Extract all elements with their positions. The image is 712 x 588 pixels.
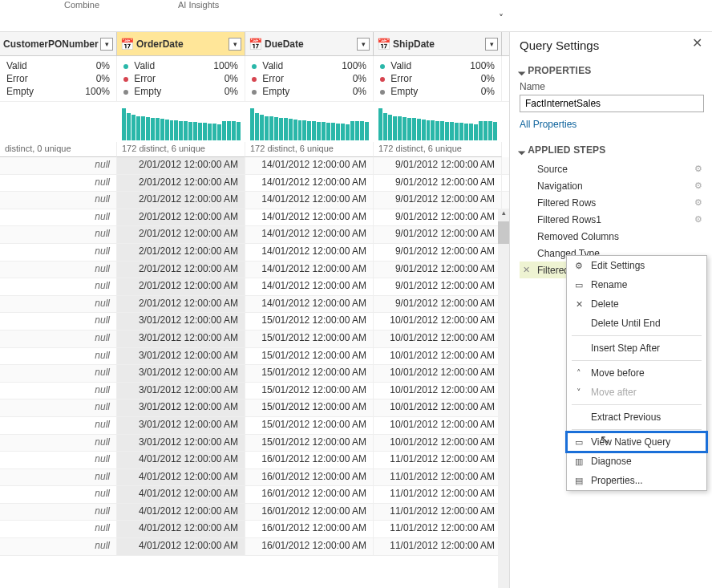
cell[interactable]: null (0, 244, 117, 261)
cell[interactable]: 3/01/2012 12:00:00 AM (117, 330, 245, 347)
cell[interactable]: 10/01/2012 12:00:00 AM (374, 435, 502, 452)
menu-item-extract-previous[interactable]: Extract Previous (567, 408, 706, 427)
column-header-shipdate[interactable]: 📅ShipDate▾ (374, 32, 502, 55)
cell[interactable]: 15/01/2012 12:00:00 AM (245, 417, 374, 434)
cell[interactable]: 2/01/2012 12:00:00 AM (117, 296, 245, 313)
gear-icon[interactable]: ⚙ (694, 180, 702, 191)
close-icon[interactable]: ✕ (692, 35, 702, 51)
properties-heading[interactable]: PROPERTIES (520, 65, 704, 76)
cell[interactable]: 9/01/2012 12:00:00 AM (374, 192, 502, 209)
scroll-up-icon[interactable]: ▴ (498, 209, 509, 220)
cell[interactable]: 3/01/2012 12:00:00 AM (117, 365, 245, 382)
cell[interactable]: 15/01/2012 12:00:00 AM (245, 435, 374, 452)
cell[interactable]: null (0, 296, 117, 313)
date-icon[interactable]: 📅 (249, 38, 261, 51)
cell[interactable]: 15/01/2012 12:00:00 AM (245, 330, 374, 347)
applied-step[interactable]: Source⚙ (520, 160, 704, 177)
menu-item-diagnose[interactable]: ▥Diagnose (567, 452, 706, 471)
cell[interactable]: null (0, 226, 117, 243)
ribbon-tab-combine[interactable]: Combine (64, 0, 99, 10)
cell[interactable]: null (0, 504, 117, 521)
cell[interactable]: 10/01/2012 12:00:00 AM (374, 330, 502, 347)
cell[interactable]: 14/01/2012 12:00:00 AM (245, 192, 374, 209)
table-row[interactable]: null2/01/2012 12:00:00 AM14/01/2012 12:0… (0, 244, 509, 262)
column-filter-dropdown[interactable]: ▾ (229, 38, 241, 51)
cell[interactable]: null (0, 383, 117, 399)
cell[interactable]: null (0, 399, 117, 416)
ribbon-tab-ai-insights[interactable]: AI Insights (178, 0, 219, 10)
table-row[interactable]: null3/01/2012 12:00:00 AM15/01/2012 12:0… (0, 417, 509, 435)
cell[interactable]: 3/01/2012 12:00:00 AM (117, 399, 245, 416)
applied-step[interactable]: Filtered Rows⚙ (520, 194, 704, 211)
column-header-duedate[interactable]: 📅DueDate▾ (245, 32, 374, 55)
cell[interactable]: 16/01/2012 12:00:00 AM (245, 469, 374, 486)
cell[interactable]: 14/01/2012 12:00:00 AM (245, 209, 374, 226)
gear-icon[interactable]: ⚙ (694, 164, 702, 174)
menu-item-rename[interactable]: ▭Rename (567, 275, 706, 294)
column-filter-dropdown[interactable]: ▾ (485, 38, 498, 51)
cell[interactable]: null (0, 348, 117, 365)
table-row[interactable]: null3/01/2012 12:00:00 AM15/01/2012 12:0… (0, 365, 509, 383)
cell[interactable]: 9/01/2012 12:00:00 AM (374, 226, 502, 243)
table-row[interactable]: null2/01/2012 12:00:00 AM14/01/2012 12:0… (0, 157, 509, 175)
table-row[interactable]: null2/01/2012 12:00:00 AM14/01/2012 12:0… (0, 226, 509, 244)
query-name-input[interactable] (520, 95, 704, 112)
cell[interactable]: null (0, 486, 117, 503)
cell[interactable]: 16/01/2012 12:00:00 AM (245, 538, 374, 555)
cell[interactable]: 4/01/2012 12:00:00 AM (117, 504, 245, 521)
cell[interactable]: null (0, 209, 117, 226)
table-row[interactable]: null4/01/2012 12:00:00 AM16/01/2012 12:0… (0, 486, 509, 504)
cell[interactable]: 15/01/2012 12:00:00 AM (245, 383, 374, 399)
menu-item-delete[interactable]: ✕Delete (567, 294, 706, 314)
delete-step-icon[interactable]: ✕ (523, 265, 530, 275)
applied-step[interactable]: Filtered Rows1⚙ (520, 211, 704, 228)
cell[interactable]: 16/01/2012 12:00:00 AM (245, 504, 374, 521)
applied-step[interactable]: Removed Columns (520, 228, 704, 245)
cell[interactable]: 4/01/2012 12:00:00 AM (117, 521, 245, 537)
table-row[interactable]: null4/01/2012 12:00:00 AM16/01/2012 12:0… (0, 538, 509, 556)
cell[interactable]: 15/01/2012 12:00:00 AM (245, 399, 374, 416)
cell[interactable]: 2/01/2012 12:00:00 AM (117, 278, 245, 295)
date-icon[interactable]: 📅 (377, 38, 390, 51)
cell[interactable]: 9/01/2012 12:00:00 AM (374, 262, 502, 278)
menu-item-move-before[interactable]: ˄Move before (567, 363, 706, 383)
column-filter-dropdown[interactable]: ▾ (357, 38, 370, 51)
cell[interactable]: 15/01/2012 12:00:00 AM (245, 365, 374, 382)
cell[interactable]: 15/01/2012 12:00:00 AM (245, 348, 374, 365)
cell[interactable]: 2/01/2012 12:00:00 AM (117, 175, 245, 192)
cell[interactable]: 3/01/2012 12:00:00 AM (117, 417, 245, 434)
cell[interactable]: 4/01/2012 12:00:00 AM (117, 486, 245, 503)
table-row[interactable]: null2/01/2012 12:00:00 AM14/01/2012 12:0… (0, 296, 509, 314)
table-row[interactable]: null3/01/2012 12:00:00 AM15/01/2012 12:0… (0, 399, 509, 417)
cell[interactable]: 3/01/2012 12:00:00 AM (117, 348, 245, 365)
column-filter-dropdown[interactable]: ▾ (100, 38, 113, 51)
gear-icon[interactable]: ⚙ (694, 214, 702, 225)
cell[interactable]: null (0, 192, 117, 209)
applied-step[interactable]: Navigation⚙ (520, 177, 704, 194)
table-row[interactable]: null2/01/2012 12:00:00 AM14/01/2012 12:0… (0, 209, 509, 227)
cell[interactable]: 14/01/2012 12:00:00 AM (245, 244, 374, 261)
cell[interactable]: 10/01/2012 12:00:00 AM (374, 399, 502, 416)
cell[interactable]: 16/01/2012 12:00:00 AM (245, 452, 374, 468)
cell[interactable]: null (0, 521, 117, 537)
cell[interactable]: null (0, 313, 117, 330)
table-row[interactable]: null4/01/2012 12:00:00 AM16/01/2012 12:0… (0, 452, 509, 469)
data-rows[interactable]: null2/01/2012 12:00:00 AM14/01/2012 12:0… (0, 157, 509, 556)
cell[interactable]: 2/01/2012 12:00:00 AM (117, 244, 245, 261)
table-row[interactable]: null3/01/2012 12:00:00 AM15/01/2012 12:0… (0, 383, 509, 400)
menu-item-insert-step-after[interactable]: Insert Step After (567, 339, 706, 358)
cell[interactable]: null (0, 538, 117, 555)
cell[interactable]: 2/01/2012 12:00:00 AM (117, 209, 245, 226)
table-row[interactable]: null2/01/2012 12:00:00 AM14/01/2012 12:0… (0, 278, 509, 296)
table-row[interactable]: null3/01/2012 12:00:00 AM15/01/2012 12:0… (0, 330, 509, 348)
cell[interactable]: null (0, 469, 117, 486)
cell[interactable]: null (0, 175, 117, 192)
cell[interactable]: 11/01/2012 12:00:00 AM (374, 469, 502, 486)
expand-icon[interactable]: ˅ (499, 13, 504, 24)
cell[interactable]: 10/01/2012 12:00:00 AM (374, 365, 502, 382)
cell[interactable]: 14/01/2012 12:00:00 AM (245, 278, 374, 295)
cell[interactable]: 11/01/2012 12:00:00 AM (374, 538, 502, 555)
cell[interactable]: null (0, 330, 117, 347)
cell[interactable]: 14/01/2012 12:00:00 AM (245, 262, 374, 278)
menu-item-properties[interactable]: ▤Properties... (567, 471, 706, 490)
